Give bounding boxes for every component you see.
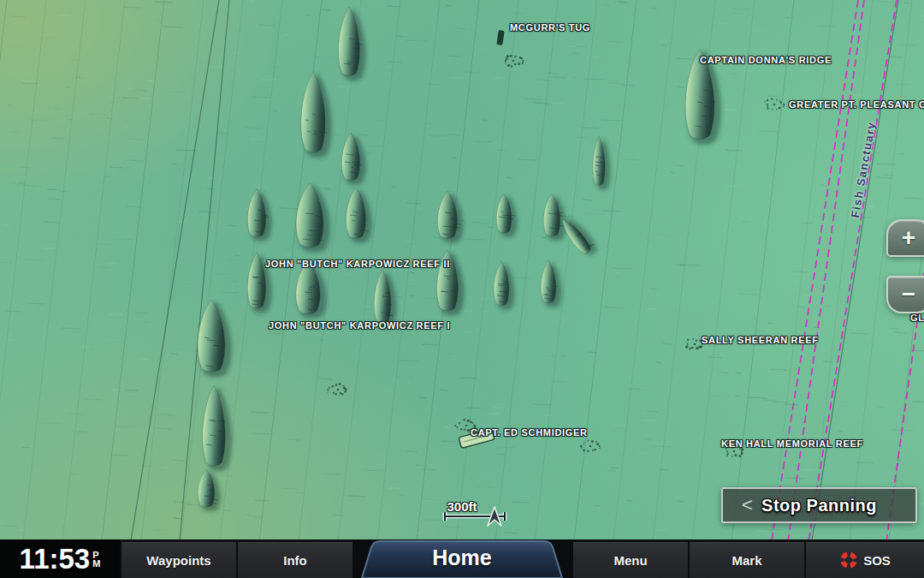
clock: 11:53 P M [0, 539, 120, 578]
sos-button[interactable]: SOS [804, 539, 924, 578]
home-button[interactable]: Home [352, 545, 572, 570]
info-label: Info [283, 553, 307, 568]
map-scale-text: 300ft [435, 499, 489, 514]
track-lines [127, 0, 898, 539]
waypoints-button[interactable]: Waypoints [120, 539, 236, 578]
john-butch-karpowicz-reef-ii-label: JOHN "BUTCH" KARPOWICZ REEF II [265, 259, 450, 269]
sally-sheeran-reef-label: SALLY SHEERAN REEF [702, 335, 819, 345]
menu-label: Menu [613, 553, 647, 568]
waypoints-label: Waypoints [146, 553, 210, 568]
chart-map[interactable]: MCGURR'S TUGCAPTAIN DONNA'S RIDGEGREATER… [0, 0, 924, 539]
info-button[interactable]: Info [236, 539, 352, 578]
mark-button[interactable]: Mark [688, 539, 804, 578]
clock-meridiem: P M [92, 551, 100, 568]
stop-panning-button[interactable]: < Stop Panning [721, 487, 917, 523]
life-ring-icon [839, 551, 858, 569]
home-tab-zone: Home [352, 539, 572, 578]
menu-button[interactable]: Menu [572, 539, 688, 578]
zoom-out-button[interactable]: − [886, 276, 924, 313]
capt-ed-schmidiger-label: CAPT. ED SCHMIDIGER [471, 427, 588, 438]
greater-pt-pleasant-chart-label: GREATER PT. PLEASANT CHART [789, 99, 924, 110]
captain-donnas-ridge-label: CAPTAIN DONNA'S RIDGE [700, 55, 832, 65]
back-chevron-icon: < [742, 489, 753, 521]
gl-partial-label: GL [910, 313, 924, 323]
zoom-in-button[interactable]: + [886, 219, 924, 257]
map-canvas[interactable] [0, 0, 924, 539]
minus-icon: − [902, 281, 915, 308]
chartplotter-screen: MCGURR'S TUGCAPTAIN DONNA'S RIDGEGREATER… [0, 0, 924, 578]
survey-lines [0, 0, 924, 539]
ken-hall-memorial-reef-label: KEN HALL MEMORIAL REEF [721, 438, 863, 449]
sos-label: SOS [863, 553, 891, 568]
bottom-toolbar: 11:53 P M Waypoints Info [0, 539, 924, 578]
john-butch-karpowicz-reef-i-label: JOHN "BUTCH" KARPOWICZ REEF I [269, 320, 450, 331]
sanctuary-boundary-lines [766, 0, 924, 539]
plus-icon: + [902, 224, 915, 252]
clock-time: 11:53 [20, 543, 91, 575]
mark-label: Mark [732, 553, 761, 568]
tug-shape [496, 30, 504, 45]
mcgurrs-tug-label: MCGURR'S TUG [510, 22, 590, 33]
